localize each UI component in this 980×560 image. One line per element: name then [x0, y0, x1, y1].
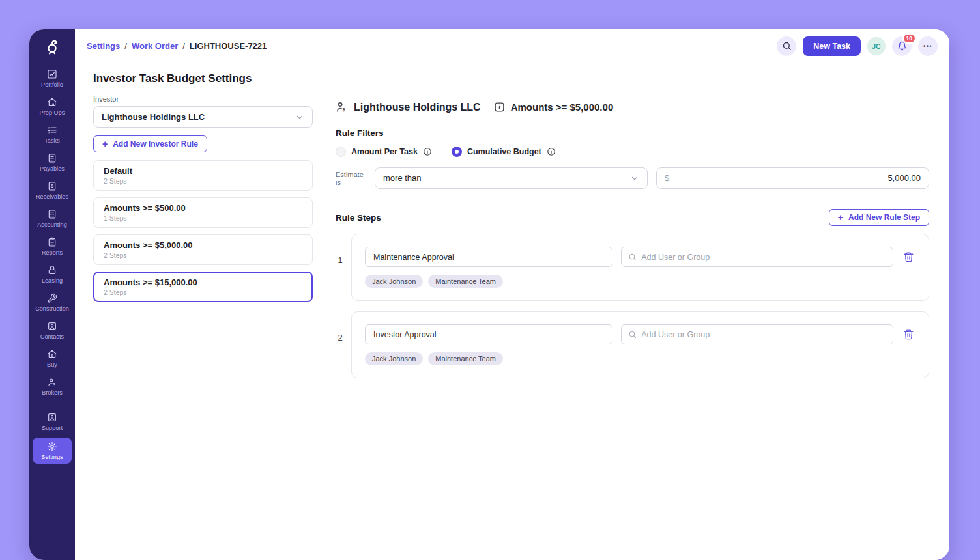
search-icon: [628, 330, 637, 339]
amount-per-task-option[interactable]: Amount Per Task: [336, 147, 432, 157]
construction-icon: [47, 293, 57, 303]
search-icon: [628, 253, 637, 261]
sidebar-item-contacts[interactable]: Contacts: [29, 316, 75, 344]
user-search-field[interactable]: [621, 324, 893, 344]
svg-text:$: $: [51, 354, 53, 357]
breadcrumb-current: LIGHTHOUSE-7221: [190, 41, 267, 51]
assignee-chips: Jack Johnson Maintenance Team: [365, 275, 915, 288]
delete-step-button[interactable]: [902, 250, 915, 264]
avatar[interactable]: JC: [867, 37, 886, 55]
topbar-actions: New Task JC 10 •••: [777, 36, 938, 56]
breadcrumb-separator: /: [182, 41, 185, 51]
rule-card-5000[interactable]: Amounts >= $5,000.00 2 Steps: [93, 234, 313, 265]
portfolio-icon: [47, 69, 57, 79]
sidebar-item-accounting[interactable]: Accounting: [29, 204, 75, 232]
sidebar-divider: [36, 404, 68, 404]
sidebar-item-label: Payables: [40, 165, 65, 172]
sidebar-item-label: Receivables: [36, 193, 68, 200]
delete-step-button[interactable]: [902, 328, 915, 341]
topbar: Settings / Work Order / LIGHTHOUSE-7221 …: [75, 29, 949, 63]
plus-icon: +: [838, 213, 843, 222]
sidebar-item-support[interactable]: Support: [29, 408, 75, 436]
amount-per-task-label: Amount Per Task: [351, 147, 418, 156]
rule-card-15000-selected[interactable]: Amounts >= $15,000.00 2 Steps: [93, 272, 313, 302]
ellipsis-icon: •••: [923, 43, 932, 49]
payables-icon: [47, 153, 57, 163]
sidebar-item-label: Settings: [41, 454, 63, 460]
rule-card-default[interactable]: Default 2 Steps: [93, 160, 313, 191]
assignee-chip[interactable]: Maintenance Team: [428, 352, 503, 365]
investor-field-label: Investor: [93, 95, 313, 103]
step-card: Jack Johnson Maintenance Team: [351, 311, 929, 378]
sidebar-item-receivables[interactable]: $ Receivables: [29, 176, 75, 204]
sidebar-item-label: Accounting: [37, 221, 67, 228]
rule-name: Amounts >= $15,000.00: [104, 277, 302, 287]
estimate-label: Estimate is: [336, 171, 366, 186]
amount-field[interactable]: $: [656, 167, 929, 189]
receivables-icon: $: [47, 181, 57, 191]
sidebar-item-brokers[interactable]: $ Brokers: [29, 372, 75, 400]
chevron-down-icon: [630, 174, 639, 183]
amount-input[interactable]: [674, 173, 921, 183]
detail-rule-name: Amounts >= $5,000.00: [511, 102, 614, 113]
sidebar-item-payables[interactable]: Payables: [29, 148, 75, 176]
sidebar-item-reports[interactable]: Reports: [29, 232, 75, 260]
new-task-button[interactable]: New Task: [803, 36, 861, 56]
search-icon: [782, 41, 792, 51]
user-search-input[interactable]: [641, 330, 886, 339]
sidebar-item-label: Brokers: [42, 389, 63, 396]
rule-name: Default: [104, 166, 302, 176]
trash-icon: [903, 251, 914, 262]
sidebar-item-settings[interactable]: Settings: [33, 438, 72, 464]
rule-name: Amounts >= $5,000.00: [104, 240, 302, 250]
investor-select-value: Lighthouse Holdings LLC: [102, 112, 205, 122]
svg-text:$: $: [51, 184, 53, 189]
cumulative-budget-option[interactable]: Cumulative Budget: [452, 147, 556, 157]
contacts-icon: [47, 321, 57, 331]
step-name-input[interactable]: [365, 247, 612, 267]
rule-step-count: 2 Steps: [104, 251, 302, 259]
currency-symbol: $: [665, 173, 669, 183]
user-search-field[interactable]: [621, 247, 893, 267]
rule-step-2: 2: [336, 311, 929, 378]
step-card: Jack Johnson Maintenance Team: [351, 234, 929, 301]
sidebar-item-tasks[interactable]: Tasks: [29, 120, 75, 148]
info-icon[interactable]: [547, 147, 556, 156]
sidebar-item-prop-ops[interactable]: Prop Ops: [29, 92, 75, 120]
assignee-chip[interactable]: Jack Johnson: [365, 352, 423, 365]
assignee-chips: Jack Johnson Maintenance Team: [365, 352, 915, 365]
notifications-button[interactable]: 10: [892, 36, 912, 56]
step-inputs: [365, 324, 915, 344]
estimate-operator-select[interactable]: more than: [375, 167, 648, 189]
rule-step-count: 1 Steps: [104, 214, 302, 222]
breadcrumb-work-order-link[interactable]: Work Order: [132, 41, 178, 51]
more-menu-button[interactable]: •••: [918, 36, 938, 56]
plus-icon: +: [102, 139, 108, 148]
info-square-icon[interactable]: [494, 102, 505, 113]
breadcrumb-settings-link[interactable]: Settings: [87, 41, 120, 51]
prop-ops-icon: [47, 97, 57, 107]
info-icon[interactable]: [423, 147, 432, 156]
add-investor-rule-button[interactable]: + Add New Investor Rule: [93, 135, 207, 152]
sidebar-item-label: Portfolio: [41, 81, 63, 88]
add-rule-step-button[interactable]: + Add New Rule Step: [829, 209, 929, 226]
sidebar-item-label: Tasks: [44, 137, 60, 144]
radio-selected[interactable]: [452, 147, 462, 157]
user-search-input[interactable]: [641, 253, 886, 262]
assignee-chip[interactable]: Maintenance Team: [428, 275, 503, 288]
search-button[interactable]: [777, 36, 796, 56]
step-name-input[interactable]: [365, 324, 612, 344]
radio-unselected[interactable]: [336, 147, 346, 157]
settings-icon: [47, 441, 57, 452]
sidebar-item-portfolio[interactable]: Portfolio: [29, 64, 75, 92]
sidebar-item-leasing[interactable]: Leasing: [29, 260, 75, 288]
sidebar: Portfolio Prop Ops Tasks Payables $ Rece…: [29, 29, 75, 560]
main-area: Settings / Work Order / LIGHTHOUSE-7221 …: [75, 29, 949, 560]
sidebar-item-construction[interactable]: Construction: [29, 288, 75, 316]
assignee-chip[interactable]: Jack Johnson: [365, 275, 423, 288]
investor-select[interactable]: Lighthouse Holdings LLC: [93, 106, 313, 128]
rule-card-500[interactable]: Amounts >= $500.00 1 Steps: [93, 197, 313, 228]
sidebar-item-buy[interactable]: $ Buy: [29, 344, 75, 372]
estimate-row: Estimate is more than $: [336, 167, 929, 189]
rule-filters-heading: Rule Filters: [336, 128, 929, 138]
